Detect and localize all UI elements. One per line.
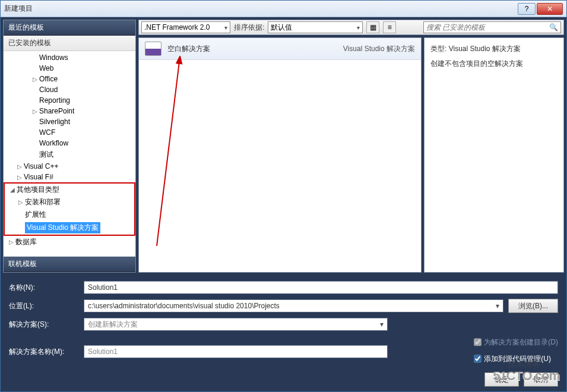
detail-type-label: 类型: <box>430 45 446 53</box>
tree-item[interactable]: Windows <box>4 52 135 63</box>
location-combo[interactable]: c:\users\administrator\documents\visual … <box>84 299 503 312</box>
expand-icon[interactable]: ▷ <box>8 239 14 245</box>
chk-createdir: 为解决方案创建目录(D) <box>474 336 558 349</box>
tree-item-label: 其他项目类型 <box>17 185 59 195</box>
search-input[interactable] <box>426 23 549 31</box>
annotation-arrow <box>151 56 222 258</box>
location-label: 位置(L): <box>9 301 79 311</box>
name-label: 名称(N): <box>9 283 79 293</box>
sort-label: 排序依据: <box>234 23 264 33</box>
left-panel: 最近的模板 已安装的模板 WindowsWeb▷OfficeCloudRepor… <box>3 20 136 273</box>
framework-combo[interactable]: .NET Framework 2.0 <box>141 21 230 33</box>
template-type: Visual Studio 解决方案 <box>343 44 415 54</box>
name-input[interactable] <box>84 281 558 294</box>
tree-item[interactable]: ▷Visual F# <box>4 172 135 182</box>
dialog-window: 新建项目 ? ✕ 最近的模板 已安装的模板 WindowsWeb▷OfficeC… <box>0 0 567 392</box>
tree-item[interactable]: ▷安装和部署 <box>5 196 134 208</box>
expand-icon[interactable]: ▷ <box>17 163 23 170</box>
search-icon[interactable]: 🔍 <box>549 23 558 31</box>
highlighted-group: ◢其他项目类型▷安装和部署扩展性Visual Studio 解决方案 <box>4 182 135 236</box>
bottom-form: 名称(N): 位置(L): c:\users\administrator\doc… <box>1 275 566 391</box>
template-list[interactable]: 空白解决方案 Visual Studio 解决方案 <box>138 37 422 273</box>
tree-item-label: Reporting <box>39 96 70 105</box>
tree-item-label: Silverlight <box>39 118 70 126</box>
tree-item[interactable]: Reporting <box>4 95 135 106</box>
close-button[interactable]: ✕ <box>537 3 563 15</box>
template-item[interactable]: 空白解决方案 Visual Studio 解决方案 <box>139 38 421 60</box>
cancel-button[interactable]: 取消 <box>524 372 558 387</box>
tree-item[interactable]: Silverlight <box>4 116 135 127</box>
row-solution-name: 解决方案名称(M): 为解决方案创建目录(D) 添加到源代码管理(U) <box>9 336 558 368</box>
tree-item[interactable]: ▷Office <box>4 74 135 84</box>
expand-icon[interactable]: ▷ <box>32 76 38 83</box>
tree-item[interactable]: Visual Studio 解决方案 <box>5 221 134 235</box>
middle-row: 空白解决方案 Visual Studio 解决方案 类型: Visual Stu… <box>138 37 564 273</box>
top-row: 最近的模板 已安装的模板 WindowsWeb▷OfficeCloudRepor… <box>1 17 566 275</box>
tree-item-label: 测试 <box>39 150 53 160</box>
expand-icon[interactable]: ▷ <box>18 199 24 206</box>
tree-item[interactable]: ▷数据库 <box>4 236 135 248</box>
detail-type-value: Visual Studio 解决方案 <box>449 45 521 53</box>
toolbar: .NET Framework 2.0 排序依据: 默认值 ▦ ≡ 🔍 <box>138 20 564 35</box>
tree-item[interactable]: 测试 <box>4 148 135 161</box>
tree-item-label: 扩展性 <box>25 210 46 220</box>
dialog-body: 最近的模板 已安装的模板 WindowsWeb▷OfficeCloudRepor… <box>1 17 566 391</box>
tree-item[interactable]: Web <box>4 63 135 74</box>
tree-item[interactable]: ◢其他项目类型 <box>5 184 134 196</box>
svg-line-0 <box>157 62 179 246</box>
tree-item-label: Windows <box>39 53 68 62</box>
solution-name-label: 解决方案名称(M): <box>9 347 79 357</box>
tree-item[interactable]: Cloud <box>4 84 135 95</box>
tree-item-label: Visual F# <box>24 173 53 181</box>
tree-item-label: Office <box>39 75 58 83</box>
tree-item-label: Workflow <box>39 139 68 147</box>
detail-type-row: 类型: Visual Studio 解决方案 <box>430 44 558 54</box>
sort-combo[interactable]: 默认值 <box>268 21 363 33</box>
view-medium-icon[interactable]: ▦ <box>366 21 379 33</box>
browse-button[interactable]: 浏览(B)... <box>508 299 558 313</box>
row-solution: 解决方案(S): 创建新解决方案 <box>9 318 558 331</box>
row-location: 位置(L): c:\users\administrator\documents\… <box>9 299 558 313</box>
solution-label: 解决方案(S): <box>9 320 79 330</box>
tree-item-label: Web <box>39 64 53 72</box>
view-small-icon[interactable]: ≡ <box>383 21 396 33</box>
tree-item[interactable]: ▷Visual C++ <box>4 161 135 172</box>
detail-description: 创建不包含项目的空解决方案 <box>430 59 558 69</box>
tree-item-label: 数据库 <box>15 237 37 247</box>
tree-item-label: Visual C++ <box>24 162 58 170</box>
tree-item[interactable]: 扩展性 <box>5 208 134 221</box>
template-tree[interactable]: WindowsWeb▷OfficeCloudReporting▷SharePoi… <box>4 51 135 257</box>
help-button[interactable]: ? <box>518 3 536 15</box>
center-panel: .NET Framework 2.0 排序依据: 默认值 ▦ ≡ 🔍 <box>138 20 564 273</box>
row-name: 名称(N): <box>9 281 558 294</box>
tree-item[interactable]: Workflow <box>4 138 135 148</box>
tree-item-label: SharePoint <box>39 107 74 115</box>
solution-name-input <box>84 345 388 358</box>
titlebar: 新建项目 ? ✕ <box>1 1 566 17</box>
template-name: 空白解决方案 <box>167 44 337 54</box>
dialog-buttons: 确定 取消 <box>9 372 558 387</box>
titlebar-buttons: ? ✕ <box>518 3 563 15</box>
expand-icon[interactable]: ◢ <box>9 186 15 193</box>
window-title: 新建项目 <box>4 4 518 14</box>
ok-button[interactable]: 确定 <box>484 372 519 387</box>
tree-item-label: Cloud <box>39 86 58 94</box>
tree-item[interactable]: WCF <box>4 127 135 138</box>
chk-source[interactable]: 添加到源代码管理(U) <box>474 352 558 365</box>
tree-item-label: 安装和部署 <box>25 197 61 207</box>
installed-header[interactable]: 已安装的模板 <box>4 36 135 51</box>
tree-item-label: WCF <box>39 128 55 137</box>
tree-item[interactable]: ▷SharePoint <box>4 106 135 116</box>
expand-icon[interactable]: ▷ <box>17 174 23 181</box>
online-header[interactable]: 联机模板 <box>4 257 135 272</box>
details-panel: 类型: Visual Studio 解决方案 创建不包含项目的空解决方案 <box>424 37 564 273</box>
search-box[interactable]: 🔍 <box>423 21 561 33</box>
recent-header[interactable]: 最近的模板 <box>4 20 135 36</box>
tree-item-label: Visual Studio 解决方案 <box>25 222 100 233</box>
expand-icon[interactable]: ▷ <box>32 108 38 115</box>
solution-icon <box>145 42 161 56</box>
solution-combo[interactable]: 创建新解决方案 <box>84 318 388 331</box>
